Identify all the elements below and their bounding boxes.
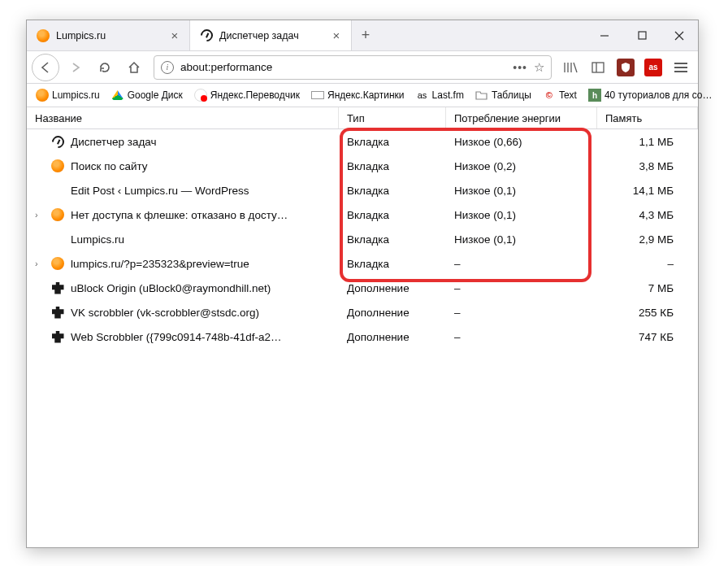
row-name: uBlock Origin (uBlock0@raymondhill.net) [71,282,271,294]
table-row[interactable]: Диспетчер задачВкладкаНизкое (0,66)1,1 М… [27,129,698,154]
row-type: Вкладка [339,136,446,148]
row-type: Вкладка [339,233,446,246]
gauge-icon [200,29,213,42]
tab-task-manager[interactable]: Диспетчер задач × [189,20,352,50]
bookmark-label: Таблицы [492,89,531,101]
bookmark-star-icon[interactable]: ☆ [534,60,544,75]
bookmark-tables[interactable]: Таблицы [471,87,535,103]
gdrive-icon [111,89,124,102]
new-tab-button[interactable]: + [352,20,379,50]
column-energy[interactable]: Потребление энергии [446,107,597,128]
row-icon [51,257,64,270]
row-icon [51,281,64,294]
row-name: Web Scrobbler ({799c0914-748b-41df-a2… [71,331,281,343]
folder-icon [475,89,488,102]
nav-toolbar: i about:performance ••• ☆ as [27,51,698,84]
bookmark-lastfm[interactable]: asLast.fm [412,87,468,103]
close-icon[interactable]: × [330,29,343,42]
row-energy: Низкое (0,1) [446,233,597,246]
address-bar[interactable]: i about:performance ••• ☆ [154,55,552,80]
column-name[interactable]: Название [27,107,339,128]
bookmark-label: Last.fm [432,89,464,101]
bookmark-gdrive[interactable]: Google Диск [107,87,187,103]
tab-bar: Lumpics.ru × Диспетчер задач × + [27,20,698,51]
table-row[interactable]: uBlock Origin (uBlock0@raymondhill.net)Д… [27,276,698,300]
row-type: Вкладка [339,185,446,197]
window-controls [586,20,698,50]
row-memory: 14,1 МБ [597,185,698,197]
row-name: Нет доступа к флешке: отказано в досту… [71,209,288,221]
row-memory: 1,1 МБ [597,136,698,148]
url-text: about:performance [180,61,506,73]
row-energy: Низкое (0,66) [446,136,597,148]
row-memory: 255 КБ [597,307,698,319]
bookmark-lumpics[interactable]: Lumpics.ru [32,87,104,103]
row-energy: – [446,307,597,319]
lastfm-icon[interactable]: as [641,55,665,80]
row-energy: Низкое (0,1) [446,209,597,221]
row-name: Lumpics.ru [71,233,124,246]
row-icon [51,306,64,319]
column-memory[interactable]: Память [597,107,698,128]
tab-label: Диспетчер задач [219,30,323,41]
lastfm-icon: as [416,89,429,102]
maximize-button[interactable] [623,20,661,50]
tab-lumpics[interactable]: Lumpics.ru × [27,20,189,50]
yandex-img-icon [311,89,324,102]
site-info-icon[interactable]: i [161,61,174,74]
column-type[interactable]: Тип [339,107,446,128]
row-type: Дополнение [339,282,446,294]
table-row[interactable]: Edit Post ‹ Lumpics.ru — WordPressВкладк… [27,178,698,202]
tab-label: Lumpics.ru [56,30,162,41]
home-button[interactable] [121,54,147,81]
row-icon [51,330,64,343]
menu-button[interactable] [669,63,693,72]
bookmark-yandex-translate[interactable]: Яндекс.Переводчик [190,87,304,103]
svg-rect-8 [592,63,604,72]
ublock-icon[interactable] [613,55,638,80]
table-row[interactable]: ›Нет доступа к флешке: отказано в досту…… [27,202,698,227]
table-row[interactable]: Поиск по сайтуВкладкаНизкое (0,2)3,8 МБ [27,154,698,178]
table-body: Диспетчер задачВкладкаНизкое (0,66)1,1 М… [27,129,698,547]
row-type: Вкладка [339,209,446,221]
bookmark-label: Google Диск [128,89,183,101]
orange-icon [37,29,50,42]
row-memory: 747 КБ [597,331,698,343]
forward-button[interactable] [63,54,89,81]
expand-icon[interactable]: › [35,210,45,220]
orange-icon [36,89,49,102]
close-window-button[interactable] [661,20,698,50]
reload-button[interactable] [92,54,118,81]
table-row[interactable]: ›lumpics.ru/?p=235323&preview=trueВкладк… [27,251,698,276]
table-row[interactable]: Web Scrobbler ({799c0914-748b-41df-a2…До… [27,324,698,349]
row-icon [51,208,64,221]
row-name: Edit Post ‹ Lumpics.ru — WordPress [71,185,249,197]
bookmark-label: Text [559,89,577,101]
row-type: Вкладка [339,258,446,270]
row-name: lumpics.ru/?p=235323&preview=true [71,258,249,270]
c-icon: © [543,89,556,102]
row-type: Дополнение [339,307,446,319]
table-row[interactable]: Lumpics.ruВкладкаНизкое (0,1)2,9 МБ [27,227,698,251]
row-energy: Низкое (0,2) [446,160,597,172]
expand-icon[interactable]: › [35,259,45,268]
row-icon [51,184,64,197]
row-energy: – [446,331,597,343]
yandex-icon [194,89,207,102]
back-button[interactable] [32,54,59,81]
row-icon [51,135,64,148]
row-type: Вкладка [339,160,446,172]
library-icon[interactable] [558,55,583,80]
row-icon [51,233,64,246]
row-icon [51,159,64,172]
sidebar-icon[interactable] [586,55,610,80]
bookmark-text[interactable]: ©Text [539,87,581,103]
page-actions-icon[interactable]: ••• [513,61,527,74]
minimize-button[interactable] [586,20,623,50]
row-type: Дополнение [339,331,446,343]
table-row[interactable]: VK scrobbler (vk-scrobbler@stsdc.org)Доп… [27,300,698,324]
close-icon[interactable]: × [168,29,181,42]
bookmark-label: Яндекс.Переводчик [210,89,300,101]
bookmark-tutorials[interactable]: h40 туториалов для со… [584,87,717,103]
bookmark-yandex-images[interactable]: Яндекс.Картинки [307,87,409,103]
